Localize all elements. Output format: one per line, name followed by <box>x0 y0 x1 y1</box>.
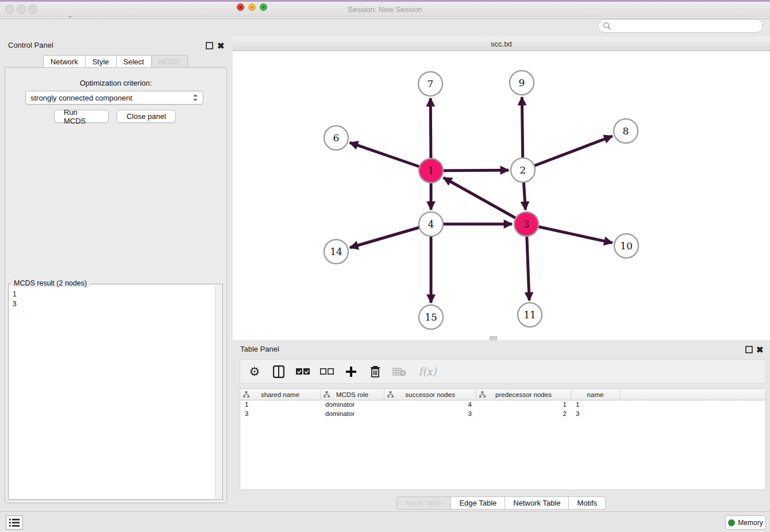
node-label-15: 15 <box>425 311 437 323</box>
result-scrollbar[interactable] <box>215 285 222 499</box>
mcds-result-title: MCDS result (2 nodes) <box>11 279 89 287</box>
column-header-MCDS-role[interactable]: MCDS role <box>321 389 384 400</box>
table-cell[interactable]: dominator <box>321 400 384 410</box>
node-label-14: 14 <box>330 246 342 257</box>
show-columns-button[interactable] <box>271 364 286 379</box>
window-title: Session: New Session <box>0 5 770 14</box>
tab-edge-table[interactable]: Edge Table <box>451 496 505 510</box>
select-all-columns-button[interactable] <box>295 364 310 379</box>
unselect-all-columns-button[interactable] <box>319 364 334 379</box>
tab-select[interactable]: Select <box>116 55 152 68</box>
tab-network[interactable]: Network <box>43 55 86 68</box>
control-panel-float-icon[interactable] <box>206 41 213 52</box>
network-window-title: scc.txt <box>233 40 770 48</box>
task-history-button[interactable] <box>6 515 23 530</box>
table-cell[interactable]: 1 <box>476 400 571 410</box>
table-row[interactable]: 1dominator411 <box>240 400 765 410</box>
result-line: 1 <box>13 290 210 299</box>
columns-icon <box>273 365 284 378</box>
edge-3-10[interactable] <box>526 224 613 243</box>
tab-node-table[interactable]: Node Table <box>396 496 452 510</box>
node-label-6: 6 <box>333 132 340 144</box>
table-panel-close-icon[interactable]: ✖ <box>756 345 764 355</box>
table-panel-title: Table Panel <box>240 345 279 353</box>
node-label-8: 8 <box>623 125 629 137</box>
delete-table-icon <box>392 367 406 376</box>
tab-mcds[interactable]: MCDS <box>151 55 188 68</box>
table-cell[interactable]: 1 <box>240 400 321 410</box>
trash-icon <box>370 365 380 378</box>
search-box[interactable] <box>598 19 763 33</box>
edge-1-6[interactable] <box>350 142 431 171</box>
delete-table-button[interactable] <box>392 364 407 379</box>
tab-network-table[interactable]: Network Table <box>505 496 569 510</box>
tab-motifs[interactable]: Motifs <box>568 496 606 510</box>
control-panel-close-icon[interactable]: ✖ <box>217 41 225 51</box>
table-panel-tabs: Node TableEdge TableNetwork TableMotifs <box>233 496 770 510</box>
table-cell[interactable]: 2 <box>476 410 571 419</box>
edge-3-1[interactable] <box>444 178 526 224</box>
hierarchy-icon <box>479 391 486 398</box>
hierarchy-icon <box>387 391 394 398</box>
control-panel-title: Control Panel <box>8 41 53 49</box>
node-label-1: 1 <box>428 165 434 176</box>
optimization-criterion-label: Optimization criterion: <box>0 79 232 87</box>
hierarchy-icon <box>324 391 330 398</box>
node-label-10: 10 <box>620 240 633 252</box>
column-header-name[interactable]: name <box>571 389 620 400</box>
network-minimize-button[interactable]: − <box>248 3 256 11</box>
graph-svg: 7968124314101511 <box>233 51 770 340</box>
network-close-button[interactable]: ✕ <box>237 3 244 11</box>
list-icon <box>9 519 20 527</box>
memory-label: Memory <box>738 519 763 527</box>
select-stepper-icon <box>192 94 198 102</box>
close-panel-button[interactable]: Close panel <box>117 110 176 123</box>
node-label-9: 9 <box>519 77 525 88</box>
network-maximize-button[interactable]: + <box>260 3 267 11</box>
criterion-value: strongly connected component <box>30 94 132 102</box>
node-label-7: 7 <box>428 78 434 90</box>
column-header-shared-name[interactable]: shared name <box>240 389 321 400</box>
table-settings-button[interactable]: ⚙ <box>247 364 262 379</box>
result-line: 3 <box>13 299 210 309</box>
unchecked-boxes-icon <box>320 368 334 375</box>
memory-status-icon <box>728 519 735 526</box>
table-panel-float-icon[interactable] <box>745 345 753 356</box>
hierarchy-icon <box>243 391 249 398</box>
node-label-2: 2 <box>520 164 526 176</box>
node-label-11: 11 <box>523 309 536 321</box>
status-bar <box>0 511 770 532</box>
memory-button[interactable]: Memory <box>725 515 766 530</box>
delete-row-button[interactable] <box>368 364 383 379</box>
node-table[interactable]: shared nameMCDS rolesuccessor nodesprede… <box>240 388 766 490</box>
table-cell[interactable]: 3 <box>240 410 321 419</box>
add-row-button[interactable] <box>344 364 359 379</box>
table-row[interactable]: 3dominator323 <box>240 410 765 419</box>
table-cell[interactable]: 3 <box>571 410 620 419</box>
criterion-select[interactable]: strongly connected component <box>25 91 203 105</box>
node-label-4: 4 <box>428 218 434 230</box>
gear-icon: ⚙ <box>249 365 260 377</box>
column-header-predecessor-nodes[interactable]: predecessor nodes <box>476 389 571 400</box>
table-cell[interactable]: 1 <box>571 400 620 410</box>
edge-2-8[interactable] <box>523 136 613 170</box>
mcds-result-list[interactable]: 13 <box>9 287 214 496</box>
search-icon <box>603 22 611 30</box>
tab-style[interactable]: Style <box>85 55 117 68</box>
node-label-3: 3 <box>523 218 530 230</box>
main-titlebar: Session: New Session <box>0 2 770 17</box>
table-cell[interactable]: 4 <box>384 400 476 410</box>
table-cell[interactable]: 3 <box>384 410 476 419</box>
table-header-row: shared nameMCDS rolesuccessor nodesprede… <box>240 389 765 400</box>
function-builder-button[interactable]: f(x) <box>416 364 439 379</box>
column-header-successor-nodes[interactable]: successor nodes <box>384 389 476 400</box>
table-cell[interactable]: dominator <box>321 410 384 419</box>
run-mcds-button[interactable]: Run MCDS <box>54 110 109 123</box>
table-toolbar: ⚙ <box>240 359 766 384</box>
plus-icon <box>345 366 357 377</box>
fx-icon: f(x) <box>419 365 437 377</box>
checked-boxes-icon <box>296 368 310 375</box>
search-input[interactable] <box>611 21 763 30</box>
canvas-resize-grip[interactable] <box>490 336 497 340</box>
network-canvas[interactable]: 7968124314101511 <box>233 51 770 340</box>
